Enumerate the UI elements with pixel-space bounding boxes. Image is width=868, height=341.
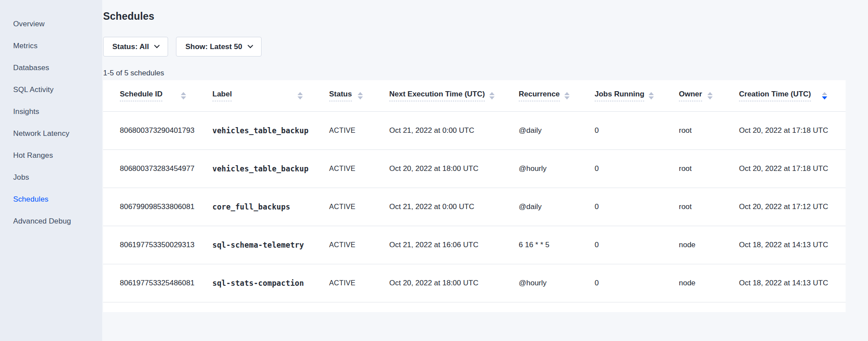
sidebar-item-jobs[interactable]: Jobs xyxy=(0,167,102,188)
sidebar-item-network-latency[interactable]: Network Latency xyxy=(0,123,102,145)
cell-recurrence: @daily xyxy=(502,188,578,226)
cell-label: core_full_backups xyxy=(196,188,312,226)
sort-icon[interactable] xyxy=(358,92,363,99)
column-label: Creation Time (UTC) xyxy=(739,90,811,101)
sidebar-item-metrics[interactable]: Metrics xyxy=(0,35,102,57)
main-content: Schedules Status: All Show: Latest 50 1-… xyxy=(102,0,868,341)
sidebar-item-label: Insights xyxy=(13,107,39,116)
cell-next-execution: Oct 21, 2022 at 0:00 UTC xyxy=(373,111,502,149)
sidebar: Overview Metrics Databases SQL Activity … xyxy=(0,0,102,341)
sidebar-item-sql-activity[interactable]: SQL Activity xyxy=(0,79,102,101)
sidebar-item-schedules[interactable]: Schedules xyxy=(0,188,102,210)
cell-label: sql-schema-telemetry xyxy=(196,226,312,264)
cell-schedule-id: 806197753350029313 xyxy=(103,226,196,264)
cell-recurrence: @hourly xyxy=(502,149,578,188)
sidebar-item-label: SQL Activity xyxy=(13,85,54,94)
cell-creation-time: Oct 18, 2022 at 14:13 UTC xyxy=(722,264,846,302)
table-row: 806800373283454977 vehicles_table_backup… xyxy=(103,149,846,188)
cell-jobs-running: 0 xyxy=(578,188,662,226)
cell-recurrence: @hourly xyxy=(502,264,578,302)
status-filter-dropdown[interactable]: Status: All xyxy=(103,37,168,57)
column-header-label[interactable]: Label xyxy=(196,80,312,111)
column-label: Schedule ID xyxy=(120,90,162,101)
cell-label: vehicles_table_backup xyxy=(196,111,312,149)
cell-next-execution: Oct 20, 2022 at 18:00 UTC xyxy=(373,149,502,188)
cell-status: ACTIVE xyxy=(312,149,373,188)
table-row: 806800373290401793 vehicles_table_backup… xyxy=(103,111,846,149)
cell-owner: node xyxy=(662,264,722,302)
filters-bar: Status: All Show: Latest 50 xyxy=(103,37,868,57)
cell-next-execution: Oct 21, 2022 at 0:00 UTC xyxy=(373,188,502,226)
cell-status: ACTIVE xyxy=(312,111,373,149)
column-header-next-execution-time[interactable]: Next Execution Time (UTC) xyxy=(373,80,502,111)
column-header-owner[interactable]: Owner xyxy=(662,80,722,111)
results-count: 1-5 of 5 schedules xyxy=(103,69,868,78)
cell-jobs-running: 0 xyxy=(578,226,662,264)
sort-icon[interactable] xyxy=(181,92,186,99)
sort-icon[interactable] xyxy=(489,92,495,99)
sidebar-item-label: Databases xyxy=(13,64,49,72)
sort-icon-active-desc[interactable] xyxy=(822,92,827,99)
column-label: Owner xyxy=(679,90,702,101)
sidebar-item-label: Overview xyxy=(13,20,45,28)
sidebar-item-label: Jobs xyxy=(13,173,29,182)
table-row: 806799098533806081 core_full_backups ACT… xyxy=(103,188,846,226)
column-header-creation-time[interactable]: Creation Time (UTC) xyxy=(722,80,846,111)
schedules-table-panel: Schedule ID Label Status xyxy=(103,80,846,312)
sidebar-item-hot-ranges[interactable]: Hot Ranges xyxy=(0,145,102,167)
sidebar-item-label: Schedules xyxy=(13,195,48,204)
column-label: Next Execution Time (UTC) xyxy=(389,90,485,101)
cell-creation-time: Oct 20, 2022 at 17:18 UTC xyxy=(722,111,846,149)
sidebar-item-label: Hot Ranges xyxy=(13,151,53,160)
column-header-status[interactable]: Status xyxy=(312,80,373,111)
column-label: Status xyxy=(329,90,352,101)
chevron-down-icon xyxy=(247,43,253,48)
sort-icon[interactable] xyxy=(649,92,654,99)
table-row: 806197753325486081 sql-stats-compaction … xyxy=(103,264,846,302)
cell-status: ACTIVE xyxy=(312,226,373,264)
sidebar-item-label: Metrics xyxy=(13,42,37,50)
cell-schedule-id: 806800373290401793 xyxy=(103,111,196,149)
table-row: 806197753350029313 sql-schema-telemetry … xyxy=(103,226,846,264)
cell-recurrence: 6 16 * * 5 xyxy=(502,226,578,264)
sidebar-item-overview[interactable]: Overview xyxy=(0,13,102,35)
cell-creation-time: Oct 20, 2022 at 17:18 UTC xyxy=(722,149,846,188)
cell-jobs-running: 0 xyxy=(578,111,662,149)
cell-schedule-id: 806197753325486081 xyxy=(103,264,196,302)
column-label: Recurrence xyxy=(519,90,560,101)
sidebar-item-label: Network Latency xyxy=(13,129,69,138)
column-header-recurrence[interactable]: Recurrence xyxy=(502,80,578,111)
column-label: Label xyxy=(212,90,232,101)
column-label: Jobs Running xyxy=(595,90,644,101)
cell-schedule-id: 806800373283454977 xyxy=(103,149,196,188)
show-filter-dropdown[interactable]: Show: Latest 50 xyxy=(176,37,261,57)
cell-owner: root xyxy=(662,188,722,226)
schedules-table: Schedule ID Label Status xyxy=(103,80,846,302)
column-header-jobs-running[interactable]: Jobs Running xyxy=(578,80,662,111)
cell-owner: root xyxy=(662,111,722,149)
cell-status: ACTIVE xyxy=(312,188,373,226)
sidebar-item-advanced-debug[interactable]: Advanced Debug xyxy=(0,210,102,232)
cell-label: vehicles_table_backup xyxy=(196,149,312,188)
cell-creation-time: Oct 18, 2022 at 14:13 UTC xyxy=(722,226,846,264)
sidebar-item-label: Advanced Debug xyxy=(13,217,71,226)
sort-icon[interactable] xyxy=(707,92,713,99)
cell-next-execution: Oct 20, 2022 at 18:00 UTC xyxy=(373,264,502,302)
sidebar-item-insights[interactable]: Insights xyxy=(0,101,102,123)
status-filter-label: Status: All xyxy=(112,43,149,51)
cell-owner: root xyxy=(662,149,722,188)
cell-owner: node xyxy=(662,226,722,264)
cell-creation-time: Oct 20, 2022 at 17:12 UTC xyxy=(722,188,846,226)
show-filter-label: Show: Latest 50 xyxy=(185,43,242,51)
cell-jobs-running: 0 xyxy=(578,264,662,302)
sidebar-item-databases[interactable]: Databases xyxy=(0,57,102,79)
cell-next-execution: Oct 21, 2022 at 16:06 UTC xyxy=(373,226,502,264)
cell-jobs-running: 0 xyxy=(578,149,662,188)
cell-recurrence: @daily xyxy=(502,111,578,149)
column-header-schedule-id[interactable]: Schedule ID xyxy=(103,80,196,111)
chevron-down-icon xyxy=(154,43,160,48)
cell-status: ACTIVE xyxy=(312,264,373,302)
table-header-row: Schedule ID Label Status xyxy=(103,80,846,111)
sort-icon[interactable] xyxy=(298,92,303,99)
sort-icon[interactable] xyxy=(564,92,570,99)
